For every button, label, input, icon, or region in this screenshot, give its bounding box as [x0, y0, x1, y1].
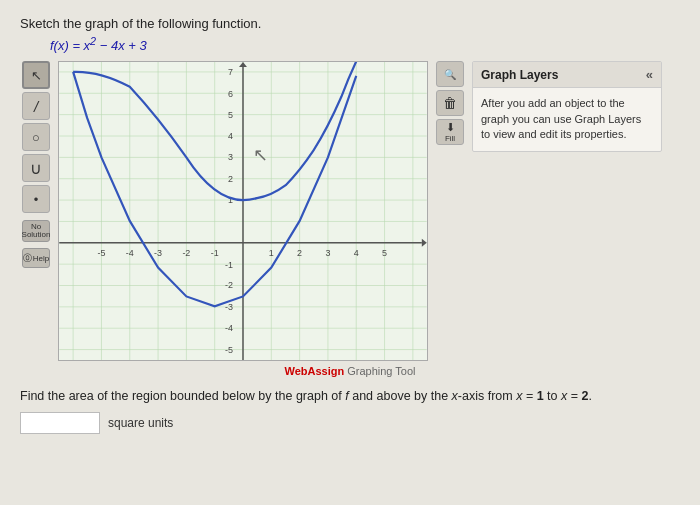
- function-label: f(x) = x2 − 4x + 3: [50, 35, 680, 53]
- svg-text:3: 3: [228, 153, 233, 163]
- left-toolbar: ↖ / ○ ∪ • No Solution ⓪ Help: [20, 61, 52, 268]
- svg-text:4: 4: [228, 132, 233, 142]
- panel-header: Graph Layers «: [473, 62, 661, 88]
- help-label: Help: [33, 254, 49, 263]
- fill-label: Fill: [445, 134, 455, 143]
- circle-tool-button[interactable]: ○: [22, 123, 50, 151]
- zoom-icon: 🔍: [444, 69, 456, 80]
- answer-row: square units: [20, 412, 680, 434]
- help-icon: ⓪: [23, 252, 32, 265]
- svg-text:4: 4: [354, 248, 359, 258]
- parabola-tool-button[interactable]: ∪: [22, 154, 50, 182]
- zoom-button[interactable]: 🔍: [436, 61, 464, 87]
- svg-text:1: 1: [269, 248, 274, 258]
- panel-body: After you add an object to the graph you…: [473, 88, 661, 150]
- webassign-brand: WebAssign: [284, 365, 344, 377]
- no-solution-button[interactable]: No Solution: [22, 220, 50, 242]
- svg-text:-3: -3: [154, 248, 162, 258]
- webassign-tool-label: Graphing Tool: [344, 365, 415, 377]
- svg-text:-5: -5: [225, 345, 233, 355]
- svg-text:6: 6: [228, 89, 233, 99]
- bottom-question: Find the area of the region bounded belo…: [20, 387, 680, 406]
- f-of-x: f(x) = x2 − 4x + 3: [50, 38, 147, 53]
- svg-text:3: 3: [325, 248, 330, 258]
- svg-text:7: 7: [228, 67, 233, 77]
- svg-text:2: 2: [228, 175, 233, 185]
- square-units-label: square units: [108, 416, 173, 430]
- svg-text:-1: -1: [225, 260, 233, 270]
- svg-text:-4: -4: [225, 324, 233, 334]
- graph-layers-panel: Graph Layers « After you add an object t…: [472, 61, 662, 151]
- svg-text:-5: -5: [97, 248, 105, 258]
- line-tool-button[interactable]: /: [22, 92, 50, 120]
- svg-text:-4: -4: [126, 248, 134, 258]
- delete-button[interactable]: 🗑: [436, 90, 464, 116]
- fill-button[interactable]: ⬇ Fill: [436, 119, 464, 145]
- panel-collapse-button[interactable]: «: [646, 67, 653, 82]
- panel-description: After you add an object to the graph you…: [481, 97, 641, 140]
- select-tool-button[interactable]: ↖: [22, 61, 50, 89]
- panel-title: Graph Layers: [481, 68, 558, 82]
- svg-text:-2: -2: [182, 248, 190, 258]
- trash-icon: 🗑: [443, 95, 457, 111]
- svg-text:↖: ↖: [253, 146, 268, 166]
- webassign-watermark: WebAssign Graphing Tool: [20, 365, 680, 377]
- right-tool-panel: 🔍 🗑 ⬇ Fill: [434, 61, 466, 361]
- f-var: f: [345, 389, 348, 403]
- svg-text:-2: -2: [225, 281, 233, 291]
- point-tool-button[interactable]: •: [22, 185, 50, 213]
- instruction-text: Sketch the graph of the following functi…: [20, 16, 680, 31]
- svg-text:-3: -3: [225, 303, 233, 313]
- help-button[interactable]: ⓪ Help: [22, 248, 50, 268]
- svg-text:5: 5: [228, 110, 233, 120]
- graph-canvas[interactable]: -5 -4 -3 -2 -1 1 2 3 4 5 7 6 5 4 3 2: [58, 61, 428, 361]
- svg-text:5: 5: [382, 248, 387, 258]
- svg-text:2: 2: [297, 248, 302, 258]
- no-solution-label: No Solution: [22, 223, 51, 241]
- svg-text:-1: -1: [211, 248, 219, 258]
- fill-icon: ⬇: [446, 121, 455, 134]
- answer-input[interactable]: [20, 412, 100, 434]
